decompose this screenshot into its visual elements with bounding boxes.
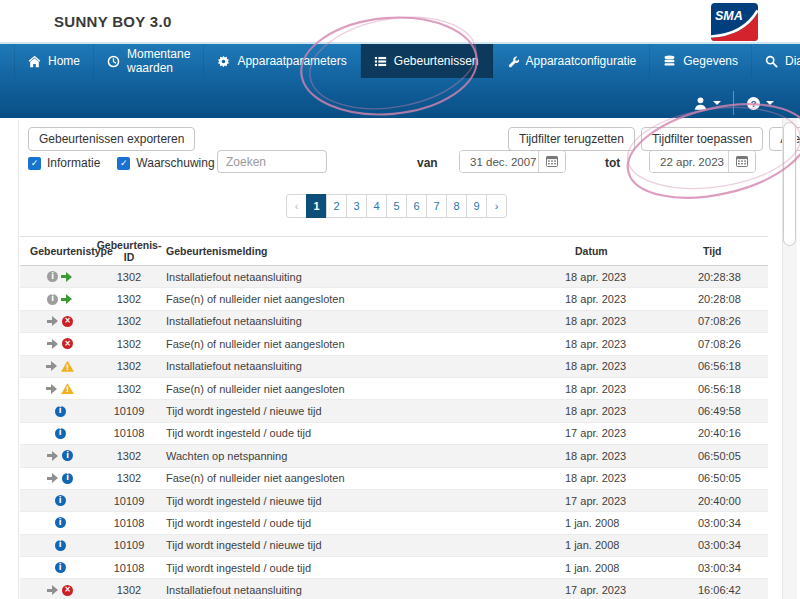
table-row: i 1302 Installatiefout netaansluiting 18… bbox=[20, 266, 768, 288]
svg-text:SMA: SMA bbox=[715, 9, 743, 23]
event-id-cell: 10109 bbox=[100, 539, 158, 551]
tab-label: Home bbox=[48, 54, 80, 68]
page-button-3[interactable]: 3 bbox=[346, 194, 367, 218]
tab-home[interactable]: Home bbox=[14, 44, 94, 78]
filter-informatie[interactable]: ✓ Informatie bbox=[28, 156, 100, 170]
from-date-input[interactable] bbox=[460, 151, 538, 172]
user-menu[interactable] bbox=[693, 96, 721, 111]
from-date-group bbox=[459, 150, 566, 173]
event-message-cell: Tijd wordt ingesteld / oude tijd bbox=[158, 562, 543, 574]
info-icon: i bbox=[55, 406, 66, 417]
column-header-id: Gebeurtenis-ID bbox=[100, 239, 158, 263]
page-button-7[interactable]: 7 bbox=[426, 194, 447, 218]
user-icon bbox=[693, 96, 708, 111]
tab-label: Apparaatparameters bbox=[237, 54, 346, 68]
divider bbox=[733, 91, 734, 115]
help-menu[interactable]: ? bbox=[746, 96, 774, 111]
filter-label: Informatie bbox=[47, 156, 100, 170]
event-type-cell: ! bbox=[20, 361, 100, 372]
event-message-cell: Tijd wordt ingesteld / oude tijd bbox=[158, 427, 543, 439]
event-time-cell: 07:08:26 bbox=[658, 338, 768, 350]
event-date-cell: 1 jan. 2008 bbox=[543, 539, 658, 551]
event-date-cell: 18 apr. 2023 bbox=[543, 360, 658, 372]
page-button-2[interactable]: 2 bbox=[326, 194, 347, 218]
search-input[interactable] bbox=[217, 150, 327, 173]
gray-arrow-icon bbox=[47, 316, 59, 326]
table-row: × 1302 Fase(n) of nulleider niet aangesl… bbox=[20, 333, 768, 355]
event-time-cell: 20:40:00 bbox=[658, 495, 768, 507]
tab-diagnose[interactable]: Diagnose bbox=[752, 44, 800, 78]
checkbox-checked-icon[interactable]: ✓ bbox=[117, 157, 130, 170]
header: SUNNY BOY 3.0 SMA bbox=[0, 0, 800, 44]
page-button-4[interactable]: 4 bbox=[366, 194, 387, 218]
pagination: ‹123456789› bbox=[286, 194, 507, 218]
calendar-icon bbox=[546, 156, 558, 167]
to-calendar-button[interactable] bbox=[728, 151, 755, 172]
tab-label: Gebeurtenissen bbox=[394, 54, 479, 68]
event-id-cell: 1302 bbox=[100, 584, 158, 596]
database-icon bbox=[663, 55, 676, 68]
page-next-button[interactable]: › bbox=[486, 194, 507, 218]
user-bar: ? bbox=[693, 90, 774, 116]
table-row: i 10108 Tijd wordt ingesteld / oude tijd… bbox=[20, 423, 768, 445]
tab-label: Apparaatconfiguratie bbox=[526, 54, 637, 68]
filter-waarschuwing[interactable]: ✓ Waarschuwing bbox=[117, 156, 214, 170]
tab-momentane-waarden[interactable]: Momentane waarden bbox=[94, 44, 204, 78]
tab-gebeurtenissen[interactable]: Gebeurtenissen bbox=[361, 44, 493, 78]
help-icon: ? bbox=[746, 96, 761, 111]
event-type-cell: i bbox=[20, 562, 100, 573]
chevron-down-icon bbox=[766, 101, 774, 105]
from-label: van bbox=[417, 156, 438, 170]
page-prev-button[interactable]: ‹ bbox=[286, 194, 307, 218]
tab-apparaatconfiguratie[interactable]: Apparaatconfiguratie bbox=[493, 44, 651, 78]
green-arrow-icon bbox=[61, 294, 73, 304]
outgoing-source-icon: i bbox=[47, 271, 58, 282]
table-row: ! 1302 Fase(n) of nulleider niet aangesl… bbox=[20, 378, 768, 400]
from-calendar-button[interactable] bbox=[538, 151, 565, 172]
tab-gegevens[interactable]: Gegevens bbox=[650, 44, 752, 78]
gray-arrow-icon bbox=[46, 384, 58, 394]
column-header-type: Gebeurtenistype bbox=[20, 245, 100, 257]
gray-arrow-icon bbox=[47, 585, 59, 595]
page-button-6[interactable]: 6 bbox=[406, 194, 427, 218]
page-button-9[interactable]: 9 bbox=[466, 194, 487, 218]
page-button-8[interactable]: 8 bbox=[446, 194, 467, 218]
page-button-1[interactable]: 1 bbox=[306, 194, 327, 218]
event-type-cell: × bbox=[20, 585, 100, 596]
to-date-group bbox=[649, 150, 756, 173]
error-icon: × bbox=[62, 585, 73, 596]
event-date-cell: 17 apr. 2023 bbox=[543, 584, 658, 596]
timefilter-apply-button[interactable]: Tijdfilter toepassen bbox=[641, 127, 763, 151]
table-row: × 1302 Installatiefout netaansluiting 18… bbox=[20, 311, 768, 333]
event-message-cell: Installatiefout netaansluiting bbox=[158, 271, 543, 283]
event-message-cell: Tijd wordt ingesteld / nieuwe tijd bbox=[158, 495, 543, 507]
event-date-cell: 1 jan. 2008 bbox=[543, 562, 658, 574]
info-icon: i bbox=[55, 495, 66, 506]
gray-arrow-icon bbox=[47, 339, 59, 349]
event-type-cell: i bbox=[20, 406, 100, 417]
event-message-cell: Tijd wordt ingesteld / nieuwe tijd bbox=[158, 405, 543, 417]
event-date-cell: 18 apr. 2023 bbox=[543, 293, 658, 305]
timefilter-reset-button[interactable]: Tijdfilter terugzetten bbox=[508, 127, 635, 151]
table-row: × 1302 Installatiefout netaansluiting 17… bbox=[20, 579, 768, 599]
info-icon: i bbox=[55, 428, 66, 439]
info-icon: i bbox=[55, 562, 66, 573]
to-date-input[interactable] bbox=[650, 151, 728, 172]
event-time-cell: 20:28:08 bbox=[658, 293, 768, 305]
filter-label: Waarschuwing bbox=[136, 156, 214, 170]
tab-label: Momentane waarden bbox=[127, 47, 190, 75]
table-row: i 10108 Tijd wordt ingesteld / oude tijd… bbox=[20, 557, 768, 579]
table-row: ! 1302 Installatiefout netaansluiting 18… bbox=[20, 356, 768, 378]
scrollbar-thumb[interactable] bbox=[783, 122, 796, 246]
event-type-cell: i bbox=[20, 517, 100, 528]
list-icon bbox=[374, 55, 387, 68]
warning-icon: ! bbox=[61, 361, 74, 372]
tab-apparaatparameters[interactable]: Apparaatparameters bbox=[204, 44, 360, 78]
wrench-icon bbox=[506, 55, 519, 68]
event-date-cell: 18 apr. 2023 bbox=[543, 450, 658, 462]
checkbox-checked-icon[interactable]: ✓ bbox=[28, 157, 41, 170]
page-button-5[interactable]: 5 bbox=[386, 194, 407, 218]
export-events-button[interactable]: Gebeurtenissen exporteren bbox=[28, 127, 195, 151]
table-row: i 10108 Tijd wordt ingesteld / oude tijd… bbox=[20, 512, 768, 534]
event-time-cell: 06:50:05 bbox=[658, 472, 768, 484]
